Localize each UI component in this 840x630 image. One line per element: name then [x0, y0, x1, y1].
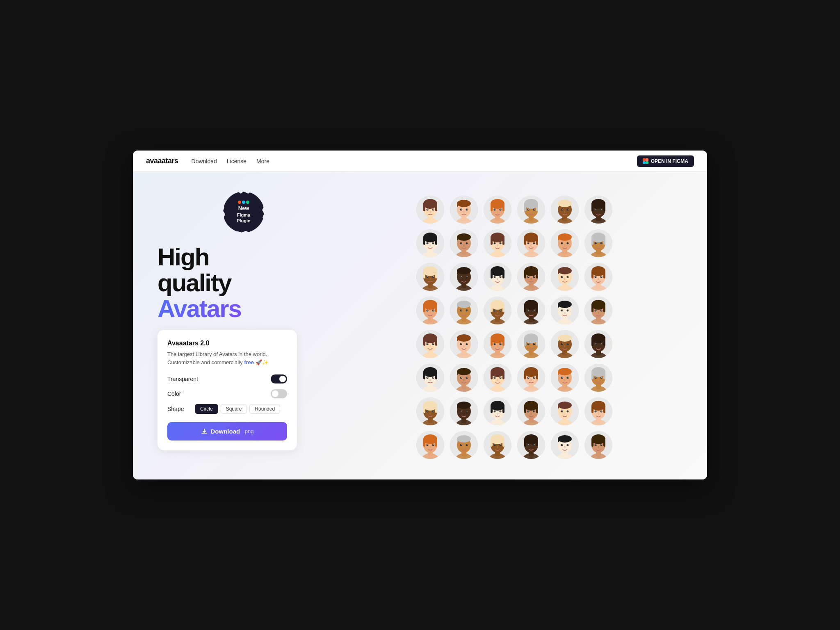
svg-rect-319 — [603, 338, 605, 346]
svg-point-192 — [595, 276, 597, 278]
svg-rect-170 — [536, 271, 538, 278]
svg-point-32 — [494, 209, 496, 211]
svg-point-65 — [600, 209, 603, 211]
svg-point-11 — [427, 209, 429, 211]
avatar-item — [584, 196, 612, 224]
svg-point-373 — [561, 377, 563, 379]
svg-point-160 — [494, 276, 496, 278]
svg-rect-329 — [423, 372, 425, 379]
svg-rect-1 — [646, 158, 648, 161]
svg-rect-254 — [591, 305, 593, 312]
svg-point-355 — [500, 377, 501, 378]
figma-dot-blue — [242, 201, 245, 204]
svg-point-54 — [567, 209, 569, 211]
svg-point-85 — [460, 242, 462, 244]
svg-point-341 — [460, 377, 462, 379]
svg-rect-500 — [558, 439, 559, 442]
svg-point-288 — [494, 343, 496, 345]
avatar-item — [484, 229, 511, 257]
svg-point-488 — [524, 434, 538, 444]
svg-rect-30 — [491, 204, 493, 211]
svg-rect-308 — [558, 338, 559, 341]
svg-point-407 — [461, 411, 462, 411]
open-in-figma-button[interactable]: OPEN IN FIGMA — [637, 155, 694, 167]
svg-point-374 — [567, 377, 569, 379]
avatar-item — [450, 229, 478, 257]
svg-point-296 — [524, 333, 538, 343]
svg-point-514 — [596, 444, 596, 445]
svg-point-44 — [533, 209, 535, 211]
avatar-item — [416, 397, 444, 425]
svg-point-512 — [595, 444, 597, 446]
svg-rect-42 — [536, 204, 538, 211]
svg-point-360 — [524, 367, 538, 377]
svg-rect-372 — [558, 372, 559, 375]
svg-point-481 — [500, 444, 502, 446]
svg-rect-286 — [491, 338, 493, 346]
svg-point-278 — [466, 343, 468, 345]
transparent-toggle[interactable] — [271, 374, 287, 383]
svg-point-405 — [460, 411, 462, 413]
svg-point-216 — [467, 310, 468, 310]
svg-point-213 — [460, 310, 462, 312]
nav-more[interactable]: More — [256, 158, 269, 164]
shape-rounded-button[interactable]: Rounded — [249, 404, 280, 414]
svg-point-480 — [494, 444, 496, 446]
svg-rect-297 — [524, 338, 526, 346]
svg-point-55 — [562, 209, 563, 210]
avatar-item — [450, 364, 478, 392]
svg-rect-318 — [591, 338, 593, 346]
color-toggle[interactable] — [271, 389, 287, 398]
shape-square-button[interactable]: Square — [221, 404, 247, 414]
svg-point-427 — [527, 411, 530, 413]
svg-point-110 — [534, 242, 535, 243]
svg-point-64 — [595, 209, 597, 211]
avatar-item — [484, 364, 511, 392]
svg-point-33 — [500, 209, 502, 211]
avatar-item — [450, 263, 478, 291]
svg-point-22 — [466, 209, 468, 211]
download-label: Download — [211, 428, 240, 435]
svg-point-161 — [500, 276, 502, 278]
svg-rect-10 — [435, 204, 437, 211]
svg-point-83 — [457, 233, 471, 241]
svg-point-128 — [595, 242, 597, 244]
svg-rect-383 — [603, 372, 605, 379]
right-panel — [346, 192, 682, 460]
svg-rect-169 — [524, 271, 526, 278]
nav-download[interactable]: Download — [192, 158, 217, 164]
svg-rect-0 — [643, 158, 646, 161]
svg-point-35 — [500, 209, 501, 210]
svg-point-147 — [457, 267, 471, 274]
svg-point-77 — [427, 242, 428, 243]
download-icon — [201, 428, 208, 435]
hero-line1: High — [158, 243, 209, 271]
shape-circle-button[interactable]: Circle — [195, 404, 218, 414]
svg-rect-234 — [536, 305, 538, 312]
svg-point-428 — [533, 411, 535, 413]
svg-point-419 — [500, 411, 501, 411]
svg-point-129 — [600, 242, 603, 244]
download-button[interactable]: Download .png — [167, 422, 287, 441]
svg-point-456 — [423, 434, 437, 444]
svg-rect-63 — [603, 204, 605, 211]
svg-rect-212 — [457, 304, 458, 308]
svg-rect-457 — [423, 439, 425, 447]
svg-rect-74 — [435, 237, 437, 245]
svg-point-334 — [433, 377, 434, 378]
svg-point-280 — [467, 343, 468, 344]
svg-point-163 — [500, 276, 501, 277]
site-logo[interactable]: avaaatars — [146, 157, 178, 165]
svg-point-130 — [596, 242, 596, 243]
nav-links: Download License More — [192, 158, 624, 164]
avatar-grid — [416, 196, 612, 459]
svg-point-503 — [562, 444, 563, 445]
svg-rect-447 — [603, 406, 605, 413]
nav-license[interactable]: License — [227, 158, 247, 164]
svg-point-99 — [500, 242, 501, 243]
svg-point-66 — [596, 209, 596, 210]
svg-point-264 — [423, 333, 437, 343]
avatar-item — [584, 397, 612, 425]
svg-point-246 — [567, 310, 569, 312]
card-description: The largest Library of Avatars in the wo… — [167, 350, 287, 366]
